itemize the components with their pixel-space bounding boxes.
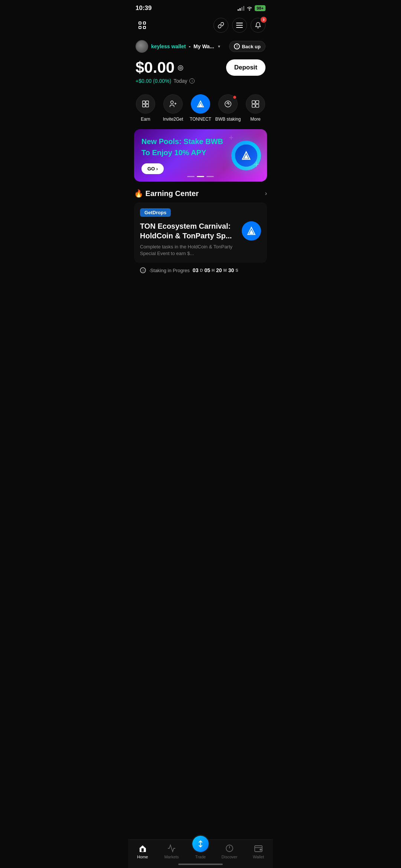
backup-icon: ! [234, 43, 240, 49]
tonnect-label: TONNECT [190, 117, 211, 122]
hide-balance-icon[interactable]: ◎ [177, 63, 183, 72]
wallet-name-green: keyless wallet [151, 43, 186, 49]
banner-dot-3 [206, 176, 214, 177]
svg-point-7 [171, 101, 173, 104]
timer-mins-val: 20 [216, 267, 222, 273]
svg-rect-1 [236, 25, 243, 26]
staking-prefix: ·Staking in Progres [149, 268, 190, 273]
status-time: 10:39 [136, 4, 151, 12]
more-circle [246, 94, 265, 114]
wifi-icon [247, 6, 252, 11]
wallet-section: keyless wallet - My Wa... ▾ ! Back up $0… [128, 37, 273, 88]
banner-dot-1 [187, 176, 195, 177]
status-bar: 10:39 98+ [128, 0, 273, 15]
banner-go-button[interactable]: GO › [141, 163, 164, 174]
earning-card-logo [242, 221, 261, 241]
svg-rect-5 [143, 104, 145, 107]
balance-row: $0.00 ◎ Deposit [136, 59, 265, 76]
banner-title: New Pools: Stake BWB [141, 137, 260, 146]
svg-rect-4 [146, 101, 149, 104]
banner-subtitle: To Enjoy 10% APY [141, 148, 260, 157]
bwb-staking-dot [233, 95, 237, 99]
quick-actions: Earn Invite2Get TONNECT [128, 88, 273, 123]
wallet-name-rest: My Wa... [193, 43, 214, 49]
svg-rect-16 [256, 104, 259, 107]
action-tonnect[interactable]: TONNECT [187, 94, 214, 122]
link-button[interactable] [213, 18, 228, 33]
timer-mins-label: M [223, 268, 226, 273]
backup-button[interactable]: ! Back up [229, 41, 265, 52]
svg-rect-0 [236, 23, 243, 23]
timer-secs-val: 30 [228, 267, 234, 273]
bwb-staking-circle [218, 94, 238, 114]
promo-banner[interactable]: New Pools: Stake BWB To Enjoy 10% APY GO… [134, 129, 267, 182]
battery-badge: 98+ [255, 5, 265, 11]
action-invite2get[interactable]: Invite2Get [159, 94, 187, 122]
svg-rect-13 [252, 101, 255, 104]
earn-circle [136, 94, 155, 114]
apps-icon[interactable] [136, 19, 149, 32]
staking-timer-row: ◷ ·Staking in Progres 03 D 05 H 20 M 30 … [134, 263, 267, 278]
svg-rect-6 [146, 104, 149, 107]
more-label: More [250, 117, 260, 122]
action-earn[interactable]: Earn [132, 94, 159, 122]
wallet-header-row: keyless wallet - My Wa... ▾ ! Back up [136, 40, 265, 53]
banner-pagination [187, 176, 214, 177]
balance-amount: $0.00 ◎ [136, 59, 183, 76]
wallet-dropdown-chevron: ▾ [218, 44, 220, 49]
earn-label: Earn [141, 117, 150, 122]
balance-change: +$0.00 (0.00%) [136, 78, 171, 84]
menu-button[interactable] [232, 18, 247, 33]
action-more[interactable]: More [242, 94, 269, 122]
earning-center-header: 🔥 Earning Center › [134, 189, 267, 198]
wallet-name-separator: - [189, 43, 190, 49]
earning-center-section: 🔥 Earning Center › GetDrops TON Ecosyste… [128, 182, 273, 282]
header-nav: 3 [128, 15, 273, 37]
svg-rect-2 [236, 27, 243, 28]
svg-rect-3 [143, 101, 145, 104]
status-icons: 98+ [238, 5, 265, 11]
timer-days-val: 03 [193, 267, 199, 273]
notification-button[interactable]: 3 [251, 18, 265, 33]
earning-card-content: TON Ecosystem Carnival: HoldCoin & TonPa… [140, 221, 261, 257]
action-bwb-staking[interactable]: BWB staking [214, 94, 242, 122]
balance-change-row: +$0.00 (0.00%) Today i [136, 78, 265, 84]
header-right-icons: 3 [213, 18, 265, 33]
staking-timer: 03 D 05 H 20 M 30 S [193, 267, 238, 273]
earning-card[interactable]: GetDrops TON Ecosystem Carnival: HoldCoi… [134, 202, 267, 263]
notification-badge: 3 [261, 17, 267, 23]
svg-rect-15 [252, 104, 255, 107]
signal-icon [238, 6, 244, 11]
bwb-staking-label: BWB staking [215, 117, 241, 122]
today-info-icon[interactable]: i [189, 78, 195, 84]
earning-center-chevron[interactable]: › [265, 190, 267, 197]
timer-secs-label: S [235, 268, 238, 273]
svg-rect-14 [256, 101, 259, 104]
balance-today-label: Today [173, 78, 187, 84]
wallet-avatar [136, 40, 148, 53]
tonnect-circle [191, 94, 210, 114]
timer-hours-label: H [212, 268, 215, 273]
invite2get-circle [163, 94, 183, 114]
earning-card-title: TON Ecosystem Carnival: HoldCoin & TonPa… [140, 221, 237, 241]
getdrops-badge: GetDrops [140, 208, 171, 217]
timer-hours-val: 05 [204, 267, 210, 273]
wallet-name-row[interactable]: keyless wallet - My Wa... ▾ [136, 40, 220, 53]
timer-days-label: D [200, 268, 203, 273]
invite2get-label: Invite2Get [163, 117, 183, 122]
earning-card-desc: Complete tasks in the HoldCoin & TonPart… [140, 244, 237, 257]
staking-clock-icon: ◷ [140, 267, 146, 273]
banner-dot-2 [197, 176, 204, 177]
deposit-button[interactable]: Deposit [226, 59, 265, 76]
earning-center-title: 🔥 Earning Center [134, 189, 199, 198]
